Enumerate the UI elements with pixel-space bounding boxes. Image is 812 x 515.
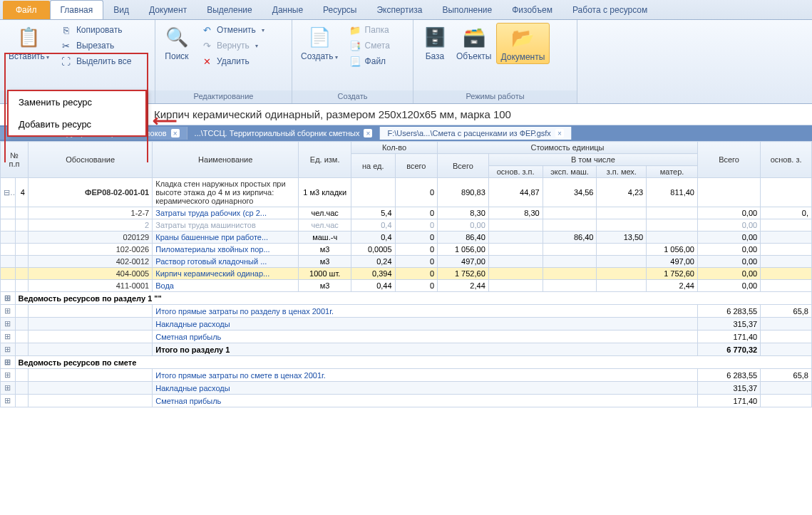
expand-toggle[interactable]: ⊞ (1, 369, 16, 382)
expand-toggle[interactable]: ⊞ (1, 331, 16, 343)
tab-file[interactable]: Файл (3, 1, 50, 19)
expand-toggle[interactable]: ⊞ (1, 343, 16, 356)
tab-resources[interactable]: Ресурсы (313, 1, 366, 19)
redo-icon: ↷ (201, 40, 212, 51)
paste-icon: 📋 (16, 24, 41, 50)
estimate-button[interactable]: 📑Смета (345, 38, 394, 53)
undo-button[interactable]: ↶Отменить▾ (197, 23, 269, 37)
edit-group-label: Редактирование (155, 90, 292, 103)
cut-button[interactable]: ✂Вырезать (56, 38, 136, 53)
estimate-grid: №п.п Обоснование Наименование Ед. изм. К… (0, 141, 812, 407)
expand-toggle[interactable] (1, 280, 16, 292)
expand-toggle[interactable] (1, 244, 16, 256)
tab-document[interactable]: Документ (139, 1, 197, 19)
section-header[interactable]: ⊞Ведомость ресурсов по смете (1, 356, 812, 369)
col-os2[interactable]: основ. з. (761, 142, 812, 178)
table-row[interactable]: 404-0005Кирпич керамический одинар...100… (1, 268, 812, 280)
folder-icon: 📁 (349, 24, 361, 36)
expand-toggle[interactable]: ⊞ (1, 318, 16, 331)
tab-work-resource[interactable]: Работа с ресурсом (562, 1, 657, 19)
create-button[interactable]: 📄 Создать▾ (297, 23, 342, 63)
undo-icon: ↶ (201, 24, 212, 36)
expand-toggle[interactable]: ⊟⊞ (1, 178, 16, 207)
file-icon: 📃 (349, 56, 361, 67)
expand-toggle[interactable] (1, 207, 16, 219)
summary-row[interactable]: ⊞Накладные расходы315,37 (1, 382, 812, 395)
summary-row[interactable]: ⊞Итого прямые затраты по разделу в ценах… (1, 305, 812, 318)
delete-button[interactable]: ✕Удалить (197, 54, 269, 68)
close-icon[interactable]: × (555, 129, 564, 137)
col-unitcost[interactable]: Стоимость единицы (438, 142, 698, 154)
expand-toggle[interactable]: ⊞ (1, 395, 16, 407)
col-name[interactable]: Наименование (153, 142, 299, 178)
estimate-icon: 📑 (349, 40, 361, 51)
copy-button[interactable]: ⎘Копировать (56, 23, 136, 37)
objects-icon: 🗃️ (461, 24, 487, 50)
col-basis[interactable]: Обоснование (28, 142, 152, 178)
table-row[interactable]: 411-0001Водам30,4402,442,440,00 (1, 280, 812, 292)
summary-row[interactable]: ⊞Итого прямые затраты по смете в ценах 2… (1, 369, 812, 382)
summary-row[interactable]: ⊞Накладные расходы315,37 (1, 318, 812, 331)
tab-data[interactable]: Данные (262, 1, 313, 19)
tab-main[interactable]: Главная (50, 0, 104, 19)
documents-button[interactable]: 📂 Документы (496, 23, 550, 64)
database-button[interactable]: 🗄️ База (418, 23, 452, 63)
expand-toggle[interactable] (1, 256, 16, 268)
expand-toggle[interactable]: ⊞ (1, 382, 16, 395)
documents-icon: 📂 (510, 25, 535, 51)
summary-row[interactable]: ⊞Итого по разделу 16 770,32 (1, 343, 812, 356)
expand-toggle[interactable] (1, 232, 16, 244)
table-row[interactable]: 020129Краны башенные при работе...маш.-ч… (1, 232, 812, 244)
replace-resource-item[interactable]: Заменить ресурс (9, 91, 145, 113)
tab-execution[interactable]: Выполнение (432, 1, 502, 19)
table-row[interactable]: 102-0026Пиломатериалы хвойных пор...м30,… (1, 244, 812, 256)
expand-toggle[interactable]: ⊞ (1, 292, 16, 305)
file-button[interactable]: 📃Файл (345, 54, 394, 68)
folder-button[interactable]: 📁Папка (345, 23, 394, 37)
create-group-label: Создать (292, 90, 413, 103)
search-icon: 🔍 (164, 24, 190, 50)
objects-button[interactable]: 🗃️ Объекты (452, 23, 496, 63)
doc-tab-3[interactable]: F:\Users\а...\Смета с расценками из ФЕР.… (380, 127, 571, 140)
tab-expertise[interactable]: Экспертиза (366, 1, 432, 19)
callout-arrow-icon: ⟵ (153, 111, 177, 131)
expand-toggle[interactable] (1, 219, 16, 232)
summary-row[interactable]: ⊞Сметная прибыль171,40 (1, 331, 812, 343)
cut-icon: ✂ (61, 40, 72, 51)
table-row[interactable]: 1-2-7Затраты труда рабочих (ср 2...чел.ч… (1, 207, 812, 219)
ribbon-tabs: Файл Главная Вид Документ Выделение Данн… (0, 0, 812, 20)
select-all-icon: ⛶ (61, 56, 72, 67)
redo-button[interactable]: ↷Вернуть▾ (197, 38, 269, 53)
paste-label: Вставить (9, 51, 45, 61)
col-total2[interactable]: Всего (697, 142, 760, 178)
delete-icon: ✕ (201, 56, 212, 67)
search-button[interactable]: 🔍 Поиск (160, 23, 194, 63)
create-icon: 📄 (307, 24, 332, 50)
database-icon: 🗄️ (422, 24, 448, 50)
add-resource-item[interactable]: Добавить ресурс (9, 113, 145, 135)
paste-button[interactable]: 📋 Вставить▾ (4, 23, 53, 63)
tab-view[interactable]: Вид (103, 1, 139, 19)
page-title: Кирпич керамический одинарный, размером … (147, 104, 812, 125)
paste-dropdown-menu: Заменить ресурс Добавить ресурс (7, 90, 147, 137)
expand-toggle[interactable]: ⊞ (1, 305, 16, 318)
table-row[interactable]: 2Затраты труда машинистовчел.час0,400,00… (1, 219, 812, 232)
close-icon[interactable]: × (364, 129, 372, 137)
col-unit[interactable]: Ед. изм. (299, 142, 351, 178)
tab-selection[interactable]: Выделение (197, 1, 262, 19)
doc-tab-2[interactable]: ...\ТССЦ. Территориальный сборник сметны… (187, 127, 381, 140)
section-header[interactable]: ⊞Ведомость ресурсов по разделу 1 "" (1, 292, 812, 305)
tab-physvol[interactable]: Физобъем (502, 1, 562, 19)
col-qty[interactable]: Кол-во (351, 142, 438, 154)
select-all-button[interactable]: ⛶Выделить все (56, 54, 136, 68)
summary-row[interactable]: ⊞Сметная прибыль171,40 (1, 395, 812, 407)
table-row[interactable]: 402-0012Раствор готовый кладочный ...м30… (1, 256, 812, 268)
copy-icon: ⎘ (61, 24, 72, 36)
table-row[interactable]: ⊟⊞4ФЕР08-02-001-01Кладка стен наружных п… (1, 178, 812, 207)
modes-group-label: Режимы работы (413, 90, 577, 103)
expand-toggle[interactable]: ⊞ (1, 356, 16, 369)
expand-toggle[interactable] (1, 268, 16, 280)
